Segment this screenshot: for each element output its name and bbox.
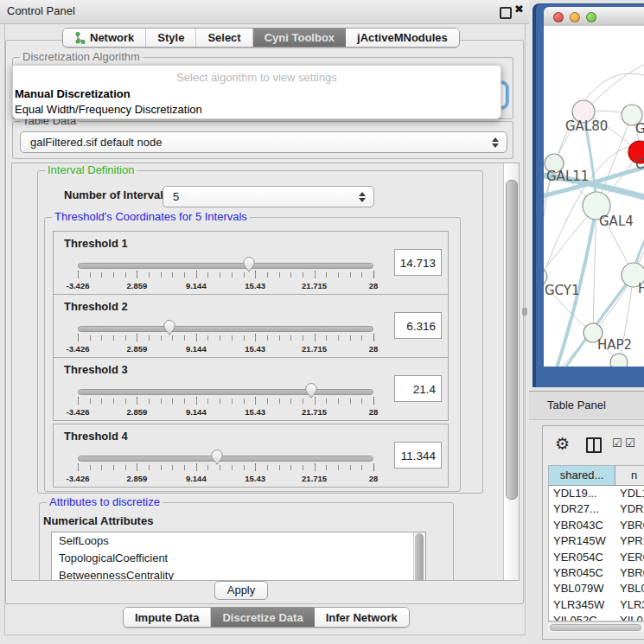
spinner-stepper-icon <box>359 191 366 203</box>
number-of-intervals-spinner[interactable]: 5 <box>163 186 374 207</box>
table-data-combobox[interactable]: galFiltered.sif default node <box>20 131 507 153</box>
threshold-1-panel: Threshold 1 -3.426 2.859 9.144 15.43 21.… <box>53 231 449 295</box>
tick-label: 15.43 <box>245 407 265 417</box>
tab-cyni-toolbox[interactable]: Cyni Toolbox <box>253 29 346 47</box>
slider-handle[interactable] <box>304 381 318 399</box>
tab-discretize-data[interactable]: Discretize Data <box>211 608 314 627</box>
slider-track[interactable] <box>78 326 373 332</box>
float-window-icon[interactable] <box>500 7 512 19</box>
thresholds-group-title: Threshold's Coordinates for 5 Intervals <box>52 210 250 223</box>
screenshot-root: Control Panel ✖ Network Style Select Cyn… <box>0 0 644 644</box>
interval-definition-title: Interval Definition <box>45 163 137 176</box>
table-row[interactable]: YER054CYER0 <box>549 550 644 565</box>
table-row[interactable]: YBR043CYBR0 <box>549 518 644 533</box>
table-data-group: Table Data galFiltered.sif default node <box>12 121 513 159</box>
table-row[interactable]: YPR145WYPR1 <box>549 533 644 549</box>
threshold-3-slider[interactable]: -3.426 2.859 9.144 15.43 21.715 28 <box>78 384 373 420</box>
threshold-4-value-field[interactable]: 11.344 <box>394 442 442 469</box>
list-item-topologicalcoefficient[interactable]: TopologicalCoefficient <box>52 550 425 567</box>
threshold-3-value-field[interactable]: 21.4 <box>394 375 442 402</box>
minimize-traffic-light-icon[interactable] <box>570 12 580 22</box>
tab-select-label: Select <box>207 31 240 44</box>
table-row[interactable]: YBR045CYBR0 <box>549 565 644 581</box>
list-scrollbar[interactable] <box>413 532 425 581</box>
close-traffic-light-icon[interactable] <box>553 12 564 22</box>
checkbox-column-icon[interactable]: ☑ <box>612 437 622 450</box>
network-window-titlebar[interactable] <box>544 7 644 27</box>
table-horizontal-scrollbar-thumb[interactable] <box>550 624 641 631</box>
settings-scrollbar-thumb[interactable] <box>506 180 518 500</box>
node-table[interactable]: shared... n YDL19...YDL1 YDR27...YDR2 YB… <box>548 465 644 622</box>
slider-track[interactable] <box>78 456 373 462</box>
node-label-hap2: HAP2 <box>597 337 632 353</box>
numerical-attributes-list[interactable]: SelfLoops TopologicalCoefficient Between… <box>51 532 426 581</box>
slider-track[interactable] <box>78 263 373 269</box>
panel-splitter-grip[interactable] <box>522 308 527 316</box>
slider-ticks <box>78 465 373 470</box>
apply-button[interactable]: Apply <box>214 581 268 600</box>
table-row[interactable]: YLR345WYLR3 <box>549 597 644 613</box>
tick-label: 21.715 <box>302 407 327 417</box>
threshold-1-title: Threshold 1 <box>64 237 128 250</box>
column-header-name[interactable]: n <box>615 466 644 485</box>
node-label-gal11: GAL11 <box>546 169 589 184</box>
control-panel-title: Control Panel <box>7 4 75 17</box>
discretization-algorithm-group-title: Discretization Algorithm <box>20 50 143 63</box>
threshold-4-slider[interactable]: -3.426 2.859 9.144 15.43 21.715 28 <box>78 450 373 487</box>
tab-cyni-toolbox-label: Cyni Toolbox <box>265 31 335 44</box>
settings-scrollpane: Interval Definition Number of Intervals … <box>11 163 520 581</box>
gear-icon[interactable]: ⚙ <box>555 434 570 454</box>
table-horizontal-scrollbar[interactable] <box>548 622 644 632</box>
control-panel-header: Control Panel ✖ <box>0 0 529 24</box>
network-graph: GAL80 GA CY GAL11 GAL4 GCY1 HA HAP2 <box>544 26 644 367</box>
checkbox-column-icon-2[interactable]: ☑ <box>625 437 635 450</box>
combobox-stepper-icon <box>492 137 499 149</box>
tab-network[interactable]: Network <box>63 29 146 47</box>
network-canvas[interactable]: GAL80 GA CY GAL11 GAL4 GCY1 HA HAP2 <box>544 26 644 367</box>
tick-label: 15.43 <box>245 281 265 290</box>
control-panel-tabs: Network Style Select Cyni Toolbox jActiv… <box>62 28 460 48</box>
threshold-1-value-field[interactable]: 14.713 <box>394 249 442 276</box>
tick-label: 28 <box>369 474 379 483</box>
menu-item-equal-width-frequency[interactable]: Equal Width/Frequency Discretization <box>15 103 202 116</box>
zoom-traffic-light-icon[interactable] <box>586 12 596 22</box>
column-header-shared-name[interactable]: shared... <box>549 466 615 485</box>
table-header-row: shared... n <box>549 466 644 486</box>
node-label-h-partial: HA <box>638 281 644 296</box>
settings-scrollbar[interactable] <box>503 163 519 580</box>
tab-select[interactable]: Select <box>196 29 252 47</box>
tick-label: 28 <box>369 344 379 354</box>
slider-handle[interactable] <box>210 448 224 465</box>
tick-label: 21.715 <box>302 281 327 290</box>
tab-style[interactable]: Style <box>146 29 196 47</box>
list-item-betweennesscentrality[interactable]: BetweennessCentrality <box>52 567 425 581</box>
table-row[interactable]: YDL19...YDL1 <box>549 486 644 501</box>
algorithm-dropdown-popup: Select algorithm to view settings Manual… <box>12 65 501 119</box>
threshold-2-value-field[interactable]: 6.316 <box>394 312 442 339</box>
tick-label: -3.426 <box>67 407 90 417</box>
slider-handle[interactable] <box>242 255 256 272</box>
tick-label: 9.144 <box>186 474 207 483</box>
close-icon[interactable]: ✖ <box>514 3 524 16</box>
slider-handle[interactable] <box>163 318 176 335</box>
split-columns-icon[interactable] <box>586 437 602 453</box>
slider-track[interactable] <box>78 389 373 395</box>
tick-label: 2.859 <box>127 281 148 290</box>
tick-label: 28 <box>369 281 379 290</box>
threshold-1-slider[interactable]: -3.426 2.859 9.144 15.43 21.715 28 <box>78 258 373 294</box>
table-row[interactable]: YIL052CYIL0 <box>549 613 644 622</box>
algorithm-hint-text: Select algorithm to view settings <box>13 71 501 84</box>
node-bottom[interactable] <box>610 354 628 367</box>
list-item-selfloops[interactable]: SelfLoops <box>52 532 425 550</box>
table-panel-header: Table Panel <box>529 391 644 420</box>
table-row[interactable]: YDR27...YDR2 <box>549 501 644 517</box>
numerical-attributes-label: Numerical Attributes <box>43 514 153 527</box>
tab-jactivemnodules[interactable]: jActiveMNodules <box>346 29 459 47</box>
table-row[interactable]: YBL079WYBL0 <box>549 581 644 596</box>
tick-label: 9.144 <box>186 407 207 417</box>
tab-infer-network[interactable]: Infer Network <box>315 608 409 627</box>
menu-item-manual-discretization[interactable]: Manual Discretization <box>15 87 131 100</box>
threshold-4-title: Threshold 4 <box>64 430 128 443</box>
threshold-2-slider[interactable]: -3.426 2.859 9.144 15.43 21.715 28 <box>78 321 373 357</box>
tab-impute-data[interactable]: Impute Data <box>124 608 211 627</box>
